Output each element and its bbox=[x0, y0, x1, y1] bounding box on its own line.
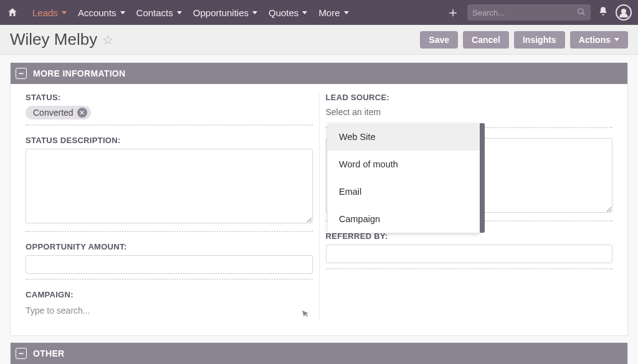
nav-label: Leads bbox=[32, 7, 58, 18]
divider bbox=[26, 279, 313, 280]
field-status-description: STATUS DESCRIPTION: bbox=[26, 136, 313, 226]
notifications-icon[interactable] bbox=[598, 6, 608, 19]
title-bar: Wiley Melby ☆ Save Cancel Insights Actio… bbox=[0, 25, 638, 55]
caret-down-icon bbox=[177, 11, 182, 14]
lead-source-select[interactable]: Select an item bbox=[326, 106, 613, 122]
caret-down-icon bbox=[614, 38, 619, 41]
nav-label: More bbox=[318, 7, 340, 18]
caret-down-icon bbox=[62, 11, 67, 14]
caret-down-icon bbox=[252, 11, 257, 14]
status-value: Converted bbox=[33, 108, 74, 118]
panel-more-information: − MORE INFORMATION STATUS: Converted ✕ S… bbox=[10, 62, 628, 336]
record-title: Wiley Melby bbox=[10, 30, 97, 49]
nav-item-more[interactable]: More bbox=[318, 7, 348, 18]
status-pill: Converted ✕ bbox=[26, 106, 91, 119]
dropdown-option[interactable]: Web Site bbox=[328, 123, 480, 151]
create-icon[interactable]: ＋ bbox=[446, 6, 460, 19]
opportunity-amount-input[interactable] bbox=[26, 255, 313, 274]
field-referred-by: REFERRED BY: bbox=[326, 231, 613, 263]
panel-other: − OTHER bbox=[10, 342, 628, 364]
collapse-toggle-icon[interactable]: − bbox=[16, 348, 27, 359]
caret-down-icon bbox=[302, 11, 307, 14]
panel-header: − MORE INFORMATION bbox=[11, 63, 627, 84]
field-label: CAMPAIGN: bbox=[26, 290, 313, 299]
nav-item-accounts[interactable]: Accounts bbox=[78, 7, 125, 18]
dropdown-option[interactable]: Word of mouth bbox=[328, 151, 480, 178]
nav-item-leads[interactable]: Leads bbox=[32, 7, 67, 18]
favorite-star-icon[interactable]: ☆ bbox=[102, 32, 113, 47]
nav-items: Leads Accounts Contacts Opportunities Qu… bbox=[32, 7, 349, 18]
field-label: LEAD SOURCE: bbox=[326, 93, 613, 102]
panel-title: MORE INFORMATION bbox=[33, 68, 125, 78]
nav-item-opportunities[interactable]: Opportunities bbox=[193, 7, 257, 18]
field-label: STATUS DESCRIPTION: bbox=[26, 136, 313, 145]
nav-label: Contacts bbox=[136, 7, 173, 18]
dropdown-option[interactable]: Campaign bbox=[328, 205, 480, 233]
dropdown-option[interactable]: Email bbox=[328, 178, 480, 205]
search-input[interactable] bbox=[472, 8, 577, 17]
global-search[interactable] bbox=[467, 4, 591, 21]
actions-menu-button[interactable]: Actions bbox=[570, 31, 628, 49]
divider bbox=[326, 268, 613, 269]
status-description-input[interactable] bbox=[26, 149, 313, 223]
title-actions: Save Cancel Insights Actions bbox=[420, 31, 628, 49]
panel-title: OTHER bbox=[33, 348, 65, 358]
referred-by-input[interactable] bbox=[326, 245, 613, 263]
top-nav: Leads Accounts Contacts Opportunities Qu… bbox=[0, 0, 638, 25]
field-label: STATUS: bbox=[26, 93, 313, 102]
svg-point-0 bbox=[578, 8, 583, 13]
nav-item-contacts[interactable]: Contacts bbox=[136, 7, 182, 18]
topnav-right: ＋ bbox=[446, 4, 632, 21]
insights-button[interactable]: Insights bbox=[514, 31, 565, 49]
home-icon[interactable] bbox=[6, 6, 19, 19]
svg-line-1 bbox=[583, 12, 585, 15]
field-campaign: CAMPAIGN: bbox=[26, 290, 313, 318]
divider bbox=[26, 124, 313, 126]
save-button[interactable]: Save bbox=[420, 31, 458, 49]
search-icon bbox=[577, 7, 586, 18]
field-label: REFERRED BY: bbox=[326, 231, 613, 241]
collapse-toggle-icon[interactable]: − bbox=[16, 68, 27, 79]
user-avatar[interactable] bbox=[616, 4, 632, 21]
caret-down-icon bbox=[344, 11, 349, 14]
panel-header: − OTHER bbox=[11, 343, 627, 364]
remove-status-icon[interactable]: ✕ bbox=[77, 108, 87, 118]
field-label: OPPORTUNITY AMOUNT: bbox=[26, 242, 313, 251]
caret-down-icon bbox=[120, 11, 125, 14]
divider bbox=[26, 231, 313, 232]
panel-body: STATUS: Converted ✕ STATUS DESCRIPTION: … bbox=[11, 84, 627, 335]
actions-label: Actions bbox=[579, 35, 611, 45]
field-status: STATUS: Converted ✕ bbox=[26, 93, 313, 119]
nav-label: Opportunities bbox=[193, 7, 249, 18]
lead-source-dropdown: Web Site Word of mouth Email Campaign bbox=[328, 123, 480, 233]
nav-item-quotes[interactable]: Quotes bbox=[269, 7, 307, 18]
field-opportunity-amount: OPPORTUNITY AMOUNT: bbox=[26, 242, 313, 274]
nav-label: Quotes bbox=[269, 7, 298, 18]
campaign-search-input[interactable] bbox=[26, 303, 313, 318]
field-lead-source: LEAD SOURCE: Select an item bbox=[326, 93, 613, 122]
nav-label: Accounts bbox=[78, 7, 117, 18]
cancel-button[interactable]: Cancel bbox=[463, 31, 509, 49]
left-column: STATUS: Converted ✕ STATUS DESCRIPTION: … bbox=[19, 93, 320, 322]
